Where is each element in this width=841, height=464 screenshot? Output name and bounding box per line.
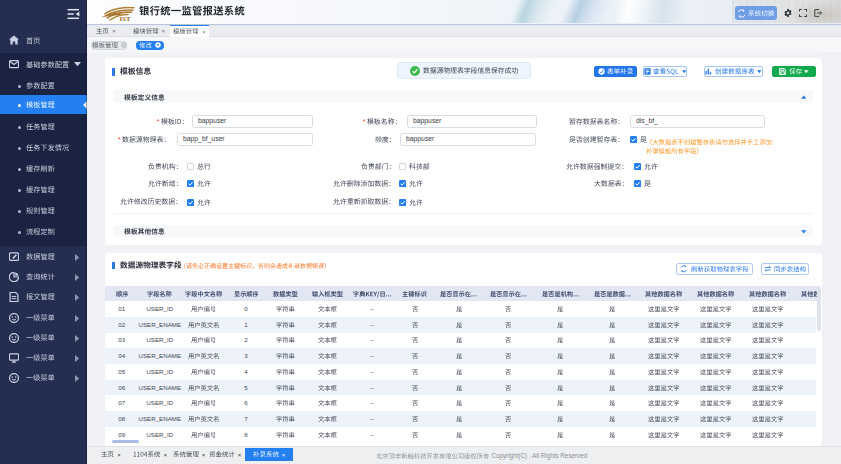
svg-text:IST: IST (120, 15, 132, 22)
